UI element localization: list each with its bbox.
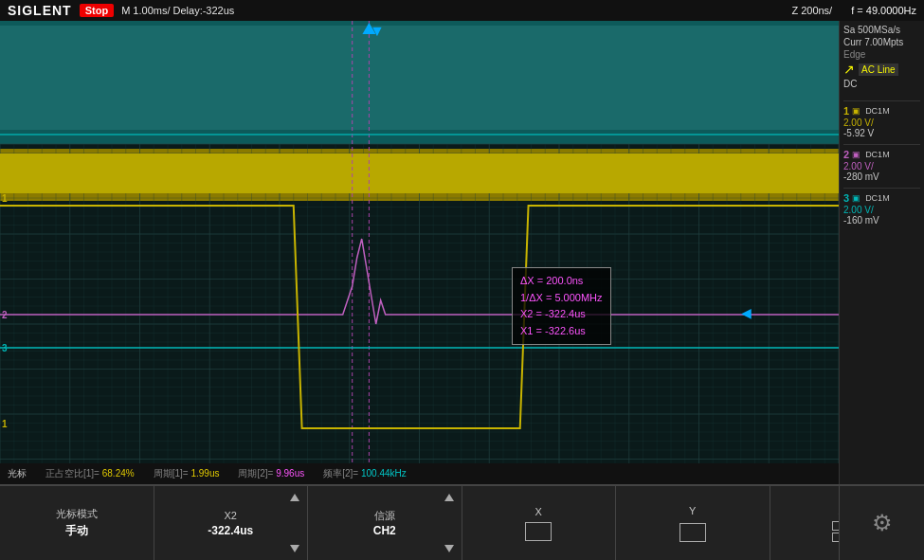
btn-x-top-label: X xyxy=(535,505,542,518)
timebase-info: M 1.00ms/ Delay:-322us xyxy=(121,5,791,16)
curr-pts: Curr 7.00Mpts xyxy=(843,37,920,47)
trigger-ac: AC Line xyxy=(859,63,898,76)
ch1-left-marker2: 1 xyxy=(2,419,8,429)
ch2-num: 2 xyxy=(843,149,849,160)
trigger-type: ↗ AC Line xyxy=(843,62,920,77)
cursor-x1: X1 = -322.6us xyxy=(520,323,603,340)
ch2-offset: -280 mV xyxy=(843,172,920,182)
btn-x2-bottom-label: -322.4us xyxy=(208,524,253,537)
ch1-num: 1 xyxy=(843,105,849,117)
ch3-volts: 2.00 V/ xyxy=(843,205,920,215)
btn-source-arrow-down[interactable] xyxy=(444,545,454,552)
trigger-section: Edge ↗ AC Line DC xyxy=(843,49,920,89)
ch2-volts: 2.00 V/ xyxy=(843,161,920,172)
ch2-icon: ▣ xyxy=(852,150,861,159)
ch3-num: 3 xyxy=(843,192,849,204)
cursor-x2: X2 = -322.4us xyxy=(520,306,603,323)
btn-cursor-mode-top-label: 光标模式 xyxy=(56,507,98,520)
top-bar: SIGLENT Stop M 1.00ms/ Delay:-322us Z 20… xyxy=(0,0,924,21)
trigger-edge-icon: ↗ xyxy=(843,62,855,77)
cursor-inv-delta-x: 1/ΔX = 5.000MHz xyxy=(520,290,603,307)
ch1-volts: 2.00 V/ xyxy=(843,117,920,128)
settings-button[interactable]: ⚙ xyxy=(839,484,924,560)
waveform-svg xyxy=(0,21,839,504)
right-panel: Sa 500MSa/s Curr 7.00Mpts Edge ↗ AC Line… xyxy=(839,21,924,504)
status-freq2: 频率[2]= 100.44kHz xyxy=(323,467,407,480)
trigger-dc: DC xyxy=(843,79,920,89)
channel-3-block: 3 ▣ DC1M 2.00 V/ -160 mV xyxy=(843,188,920,226)
btn-y-icon xyxy=(679,521,706,542)
btn-x2-arrow-up[interactable] xyxy=(290,494,299,501)
btn-source[interactable]: 信源 CH2 xyxy=(308,486,462,560)
ch3-icon: ▣ xyxy=(852,193,861,203)
cursor-info-box: ΔX = 200.0ns 1/ΔX = 5.000MHz X2 = -322.4… xyxy=(512,267,611,345)
status-duty: 正占空比[1]= 68.24% xyxy=(45,467,135,480)
btn-source-arrow-up[interactable] xyxy=(444,494,454,501)
ch3-coupling: DC1M xyxy=(865,193,890,203)
status-period2: 周期[2]= 9.96us xyxy=(238,467,304,480)
btn-source-bottom-label: CH2 xyxy=(373,524,396,537)
channel-2-block: 2 ▣ DC1M 2.00 V/ -280 mV xyxy=(843,144,920,182)
ch2-coupling: DC1M xyxy=(865,150,890,159)
scope-area: ▼ 1 2 3 1 ◀ ΔX = 200.0ns 1/ΔX = 5.000MHz… xyxy=(0,21,839,504)
ch2-left-marker: 2 xyxy=(2,310,8,320)
status-cursor-label: 光标 xyxy=(8,467,27,480)
stop-badge[interactable]: Stop xyxy=(80,4,114,17)
bottom-toolbar: 光标模式 手动 X2 -322.4us 信源 CH2 X Y X Y xyxy=(0,484,924,560)
sample-rate: Sa 500MSa/s xyxy=(843,25,920,35)
settings-icon: ⚙ xyxy=(872,510,893,536)
ch1-coupling: DC1M xyxy=(865,106,890,116)
ch1-offset: -5.92 V xyxy=(843,128,920,138)
channel-1-block: 1 ▣ DC1M 2.00 V/ -5.92 V xyxy=(843,100,920,138)
btn-x2-arrow-down[interactable] xyxy=(290,545,299,552)
btn-y-top-label: Y xyxy=(689,504,696,517)
ch3-offset: -160 mV xyxy=(843,215,920,226)
btn-cursor-mode[interactable]: 光标模式 手动 xyxy=(0,486,154,560)
trigger-label: Edge xyxy=(843,49,920,60)
ch1-left-marker: 1 xyxy=(2,193,8,204)
btn-cursor-mode-bottom-label: 手动 xyxy=(65,523,88,539)
btn-source-top-label: 信源 xyxy=(374,509,395,522)
nav-right-arrow: ◀ xyxy=(741,305,752,320)
btn-x-icon xyxy=(525,522,552,541)
bottom-status: 光标 正占空比[1]= 68.24% 周期[1]= 1.99us 周期[2]= … xyxy=(0,463,839,484)
btn-x2-top-label: X2 xyxy=(225,509,237,522)
status-period1: 周期[1]= 1.99us xyxy=(154,467,220,480)
btn-x2[interactable]: X2 -322.4us xyxy=(154,486,309,560)
ch1-icon: ▣ xyxy=(852,106,861,116)
btn-x-cursor[interactable]: X xyxy=(462,486,617,560)
freq-display: f = 49.0000Hz xyxy=(851,5,916,16)
zoom-info: Z 200ns/ xyxy=(791,5,832,16)
ch3-left-marker-top: 3 xyxy=(2,343,8,353)
trigger-arrow: ▼ xyxy=(370,23,385,40)
btn-y-cursor[interactable]: Y xyxy=(616,486,770,560)
cursor-delta-x: ΔX = 200.0ns xyxy=(520,273,603,290)
siglent-logo: SIGLENT xyxy=(0,3,80,18)
